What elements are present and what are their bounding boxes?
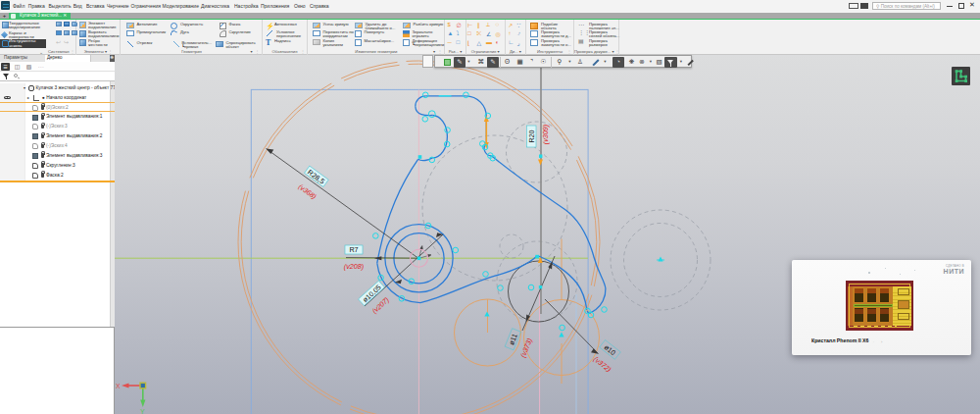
svg-text:X: X — [116, 383, 121, 389]
svg-text:(v373): (v373) — [518, 336, 534, 358]
svg-text:R20: R20 — [527, 129, 536, 142]
svg-text:(v208): (v208) — [344, 262, 364, 271]
svg-text:Y: Y — [140, 408, 145, 414]
svg-text:ø11: ø11 — [507, 333, 519, 346]
svg-text:(v368): (v368) — [297, 182, 318, 201]
svg-text:(v309): (v309) — [541, 125, 550, 144]
svg-text:ø10: ø10 — [603, 342, 617, 357]
svg-text:(v372): (v372) — [592, 354, 613, 374]
svg-text:R7: R7 — [349, 245, 358, 254]
